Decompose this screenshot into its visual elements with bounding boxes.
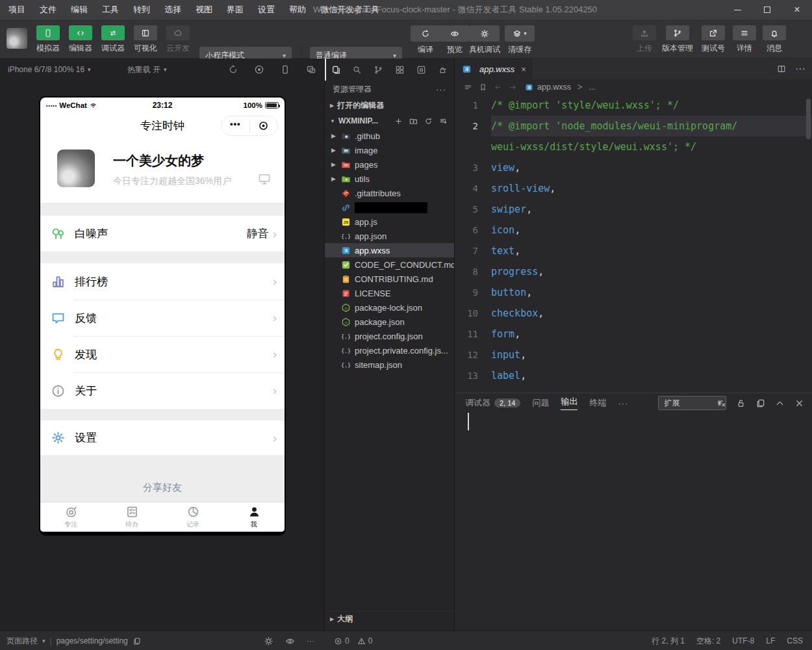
code-line-7[interactable]: 7text, xyxy=(455,240,812,261)
menu-item-3[interactable]: 工具 xyxy=(95,0,126,20)
file-row-project.private.config.js...[interactable]: {.}project.private.config.js... xyxy=(325,343,454,358)
code-line-9[interactable]: 9button, xyxy=(455,282,812,303)
code-line-1[interactable]: 1/* @import 'style/weui.wxss'; */ xyxy=(455,95,812,116)
menu-item-1[interactable]: 反馈› xyxy=(40,300,285,336)
file-row-LICENSE[interactable]: LICENSE xyxy=(325,286,454,300)
toolbar-button-1[interactable]: 编辑器 xyxy=(65,25,96,54)
git-icon[interactable] xyxy=(368,58,389,81)
code-line-13[interactable]: 13label, xyxy=(455,365,812,386)
code-line-8[interactable]: 8progress, xyxy=(455,261,812,282)
device-frame-icon[interactable] xyxy=(280,64,290,75)
close-icon[interactable]: × xyxy=(521,64,526,74)
refresh-icon[interactable] xyxy=(424,117,433,125)
close-button[interactable]: × xyxy=(782,0,812,20)
file-row-redacted[interactable] xyxy=(325,200,454,214)
copy-icon[interactable] xyxy=(755,398,765,408)
bug-icon[interactable] xyxy=(264,636,273,646)
file-row-CONTRIBUTING.md[interactable]: CONTRIBUTING.md xyxy=(325,272,454,286)
code-line-wrap[interactable]: weui-wxss/dist/style/weui.wxss'; */ xyxy=(455,136,812,157)
screencast-icon[interactable] xyxy=(257,172,272,186)
record-icon[interactable] xyxy=(254,64,264,75)
teapot-icon[interactable] xyxy=(432,58,453,81)
debug-tab-2[interactable]: 输出 xyxy=(561,396,577,410)
ellipsis-icon[interactable]: ··· xyxy=(618,398,628,408)
files-icon[interactable] xyxy=(325,58,346,81)
menu-item-3[interactable]: 关于› xyxy=(40,372,285,409)
toolbar-button-2[interactable]: 调试器 xyxy=(97,25,129,54)
unlock-icon[interactable] xyxy=(736,398,746,408)
right-button-4[interactable]: 消息 xyxy=(759,25,790,54)
breadcrumb-more[interactable]: ... xyxy=(589,83,595,92)
file-row-utils[interactable]: ▶utils xyxy=(325,172,454,186)
code-line-12[interactable]: 12input, xyxy=(455,344,812,365)
page-path-label[interactable]: 页面路径 xyxy=(6,636,38,647)
tab-app-wxss[interactable]: Ǝ app.wxss × xyxy=(455,58,533,79)
white-noise-item[interactable]: 白噪声 静音 › xyxy=(40,216,285,252)
menu-item-6[interactable]: 视图 xyxy=(188,0,220,20)
menu-item-0[interactable]: 项目 xyxy=(1,0,32,20)
action-button-2[interactable]: 真机调试 xyxy=(466,25,503,55)
tabbar-item-3[interactable]: 我 xyxy=(223,502,285,532)
menu-item-1[interactable]: 文件 xyxy=(32,0,64,20)
profile-section[interactable]: 一个美少女的梦 今日专注力超越全国36%用户 xyxy=(40,142,285,203)
open-editors-section[interactable]: ▶ 打开的编辑器 xyxy=(325,98,454,113)
rotate-icon[interactable] xyxy=(228,64,238,75)
menu-item-9[interactable]: 帮助 xyxy=(282,0,313,20)
debug-tab-0[interactable]: 调试器2, 14 xyxy=(465,397,520,409)
menu-item-7[interactable]: 界面 xyxy=(220,0,251,20)
clear-output-icon[interactable] xyxy=(717,398,726,408)
code-line-11[interactable]: 11form, xyxy=(455,324,812,344)
toolbar-button-0[interactable]: 模拟器 xyxy=(32,25,64,54)
status-item-1[interactable]: 空格: 2 xyxy=(696,636,720,647)
user-avatar[interactable] xyxy=(6,28,27,49)
file-row-package.json[interactable]: npackage.json xyxy=(325,315,454,329)
page-path-value[interactable]: pages/setting/setting xyxy=(57,636,128,645)
collapse-all-icon[interactable] xyxy=(439,117,448,125)
profile-avatar[interactable] xyxy=(57,150,95,187)
status-item-0[interactable]: 行 2, 列 1 xyxy=(652,636,685,647)
more-menu-button[interactable]: ••• xyxy=(222,116,249,135)
file-row-package-lock.json[interactable]: npackage-lock.json xyxy=(325,300,454,315)
code-editor[interactable]: 1/* @import 'style/weui.wxss'; */2/* @im… xyxy=(455,95,812,393)
share-friends-button[interactable]: 分享好友 xyxy=(143,482,182,494)
right-button-2[interactable]: 测试号 xyxy=(698,25,729,54)
extensions-icon[interactable] xyxy=(389,58,411,81)
menu-item-8[interactable]: 设置 xyxy=(251,0,282,20)
chevron-up-icon[interactable] xyxy=(775,398,785,408)
hot-reload-toggle[interactable]: 热重载 开 ▾ xyxy=(127,64,167,75)
file-row-image[interactable]: ▶image xyxy=(325,143,454,157)
right-button-1[interactable]: 版本管理 xyxy=(659,25,696,54)
breadcrumb-file[interactable]: Ǝ app.wxss xyxy=(524,82,571,92)
file-row-sitemap.json[interactable]: {.}sitemap.json xyxy=(325,358,454,372)
debug-tab-1[interactable]: 问题 xyxy=(532,397,549,409)
code-line-10[interactable]: 10checkbox, xyxy=(455,303,812,324)
code-line-3[interactable]: 3view, xyxy=(455,157,812,178)
split-editor-icon[interactable] xyxy=(777,64,786,73)
device-selector[interactable]: iPhone 6/7/8 100% 16 ▾ xyxy=(8,65,91,74)
statusbar-problems[interactable]: 0 0 xyxy=(325,631,455,650)
settings-item[interactable]: 设置 › xyxy=(40,421,285,455)
menu-item-5[interactable]: 选择 xyxy=(157,0,188,20)
close-icon[interactable] xyxy=(794,398,804,408)
copy-path-icon[interactable] xyxy=(133,637,141,645)
outline-list-icon[interactable] xyxy=(464,83,472,92)
nav-forward-icon[interactable] xyxy=(509,83,517,92)
minimize-button[interactable] xyxy=(722,0,752,20)
code-line-6[interactable]: 6icon, xyxy=(455,220,812,240)
status-item-4[interactable]: CSS xyxy=(787,636,803,645)
status-item-2[interactable]: UTF-8 xyxy=(732,636,754,645)
code-line-5[interactable]: 5swiper, xyxy=(455,199,812,220)
bookmark-icon[interactable] xyxy=(479,83,487,92)
ellipsis-icon[interactable]: ··· xyxy=(307,636,314,645)
tabbar-item-2[interactable]: 记录 xyxy=(162,502,223,532)
right-button-3[interactable]: 详情 xyxy=(729,25,760,54)
nav-back-icon[interactable] xyxy=(494,83,502,92)
code-line-2[interactable]: 2/* @import 'node_modules/weui-miniprogr… xyxy=(455,116,812,136)
outline-section[interactable]: ▶ 大纲 xyxy=(325,611,454,627)
menu-item-2[interactable]: 编辑 xyxy=(64,0,95,20)
ellipsis-icon[interactable]: ··· xyxy=(795,63,806,75)
status-item-3[interactable]: LF xyxy=(766,636,775,645)
file-row-.github[interactable]: ▶.github xyxy=(325,129,454,143)
file-row-app.json[interactable]: {.}app.json xyxy=(325,229,454,243)
exit-target-button[interactable] xyxy=(250,116,278,135)
